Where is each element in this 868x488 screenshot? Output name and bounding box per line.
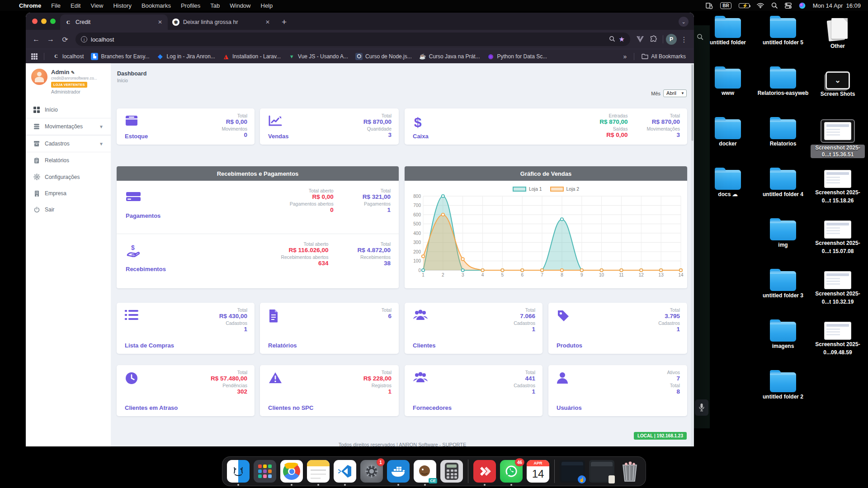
- menubar-item-history[interactable]: History: [113, 2, 131, 9]
- back-button[interactable]: ←: [29, 33, 43, 46]
- siri-icon[interactable]: [799, 2, 806, 9]
- month-select[interactable]: Abril▼: [663, 89, 687, 97]
- sidebar-item-cadastros[interactable]: Cadastros▼: [26, 135, 111, 152]
- site-info-icon[interactable]: i: [81, 36, 87, 42]
- dock-item-vscode[interactable]: [334, 460, 356, 483]
- desktop-icon[interactable]: Other: [811, 18, 865, 50]
- dock-item-trash[interactable]: [618, 460, 641, 483]
- sidebar-item-configuracoes[interactable]: Configurações: [26, 169, 111, 185]
- extensions-puzzle-icon[interactable]: [647, 33, 660, 46]
- card-link-clientes[interactable]: Clientes: [413, 342, 436, 349]
- desktop-icon[interactable]: Screenshot 2025-0...t 15.07.08: [811, 221, 865, 255]
- minimize-window-button[interactable]: [41, 19, 47, 24]
- wifi-icon[interactable]: [757, 3, 764, 8]
- menubar-item-tab[interactable]: Tab: [210, 2, 220, 9]
- dock-item-chrome[interactable]: [280, 460, 303, 483]
- menubar-item-window[interactable]: Window: [230, 2, 250, 9]
- dock-item-calendar[interactable]: APR14: [527, 460, 549, 483]
- avatar[interactable]: [31, 69, 47, 85]
- dock-item-window-thumb-2[interactable]: [589, 460, 614, 483]
- menubar-item-file[interactable]: File: [51, 2, 61, 9]
- tab-close-icon[interactable]: ✕: [264, 19, 271, 25]
- bookmark-item[interactable]: ◮Installation - Larav...: [219, 51, 284, 62]
- all-bookmarks-button[interactable]: All Bookmarks: [639, 53, 689, 60]
- bookmark-item[interactable]: Clocalhost: [49, 51, 87, 62]
- dock-item-docker[interactable]: [387, 460, 410, 483]
- dock-item-notes[interactable]: [307, 460, 330, 483]
- desktop-icon[interactable]: Screenshot 2025-0...t 10.32.19: [811, 271, 865, 305]
- edit-profile-icon[interactable]: ✎: [71, 70, 75, 75]
- sidebar-item-sair[interactable]: Sair: [26, 202, 111, 218]
- dock-item-dbeaver[interactable]: CE: [414, 460, 436, 483]
- bookmark-item[interactable]: ▼Vue JS - Usando A...: [284, 51, 352, 62]
- panel-row-link-recebimentos[interactable]: Recebimentos: [126, 266, 166, 272]
- sidebar-item-empresa[interactable]: Empresa: [26, 185, 111, 202]
- zoom-window-button[interactable]: [50, 19, 56, 24]
- control-center-icon[interactable]: [785, 3, 792, 9]
- card-link-clientes-no-spc[interactable]: Clientes no SPC: [268, 404, 313, 412]
- desktop-icon[interactable]: untitled folder 4: [756, 170, 810, 198]
- browser-tab[interactable]: CCredit✕: [60, 14, 168, 30]
- desktop-icon[interactable]: untitled folder 5: [756, 18, 810, 46]
- tab-close-icon[interactable]: ✕: [157, 19, 163, 25]
- bookmark-item[interactable]: ◆Log in - Jira Anron...: [153, 51, 219, 62]
- desktop-icon[interactable]: imagens: [756, 322, 810, 350]
- chrome-menu-icon[interactable]: ⋮: [678, 33, 690, 46]
- new-tab-button[interactable]: +: [275, 17, 293, 30]
- sidebar-item-inicio[interactable]: Início: [26, 102, 111, 118]
- desktop-icon[interactable]: untitled folder 2: [756, 372, 810, 400]
- dock-item-settings[interactable]: 1: [360, 460, 383, 483]
- address-bar[interactable]: i localhost ★: [75, 33, 630, 46]
- panel-row-link-pagamentos[interactable]: Pagamentos: [126, 212, 160, 219]
- legend-item-loja-2[interactable]: Loja 2: [550, 186, 580, 192]
- card-link-lista-de-compras[interactable]: Lista de Compras: [125, 342, 174, 349]
- bookmark-item[interactable]: ☕Curso Java na Prát...: [415, 51, 484, 62]
- apps-grid-icon[interactable]: [31, 53, 38, 60]
- homebrew-status-icon[interactable]: !: [705, 2, 713, 9]
- card-link-estoque[interactable]: Estoque: [125, 133, 148, 140]
- tab-search-button[interactable]: ⌄: [679, 17, 689, 27]
- menubar-item-profiles[interactable]: Profiles: [181, 2, 200, 9]
- menubar-item-view[interactable]: View: [90, 2, 103, 9]
- page-scrollbar[interactable]: [691, 63, 694, 446]
- card-link-caixa[interactable]: Caixa: [413, 133, 429, 140]
- card-link-fornecedores[interactable]: Fornecedores: [413, 404, 452, 412]
- spotlight-search-icon[interactable]: [771, 2, 778, 9]
- bookmark-item[interactable]: ◉Python for Data Sc...: [483, 51, 551, 62]
- dock-item-anydesk[interactable]: [473, 460, 496, 483]
- dock-item-calculator[interactable]: [440, 460, 463, 483]
- browser-tab[interactable]: ✾Deixar linha grossa hr✕: [168, 14, 275, 30]
- desktop-icon[interactable]: Screenshot 2025-0...09.48.59: [811, 322, 865, 356]
- card-link-clientes-em-atraso[interactable]: Clientes em Atraso: [125, 404, 178, 412]
- card-link-vendas[interactable]: Vendas: [268, 133, 289, 140]
- legend-item-loja-1[interactable]: Loja 1: [513, 186, 542, 192]
- sidebar-item-relatorios[interactable]: Relatórios: [26, 152, 111, 169]
- dock-item-window-thumb-1[interactable]: ☝: [560, 460, 585, 483]
- profile-avatar[interactable]: P: [666, 34, 677, 45]
- bookmark-star-icon[interactable]: ★: [619, 35, 625, 43]
- desktop-icon[interactable]: ⌄Screen Shots: [811, 69, 865, 98]
- close-window-button[interactable]: [32, 19, 38, 24]
- desktop-icon[interactable]: Screenshot 2025-0...t 15.36.51: [811, 119, 865, 158]
- desktop-icon[interactable]: untitled folder 3: [756, 271, 810, 299]
- desktop-icon[interactable]: img: [756, 221, 810, 249]
- card-link-usuarios[interactable]: Usuários: [557, 404, 582, 412]
- bookmarks-overflow-chevron[interactable]: »: [621, 53, 630, 60]
- dock-item-whatsapp[interactable]: 46: [500, 460, 523, 483]
- microphone-icon[interactable]: [695, 399, 708, 416]
- battery-icon[interactable]: ⚡: [739, 3, 750, 8]
- dock-item-finder[interactable]: [227, 460, 250, 483]
- bookmark-item[interactable]: ⬡Curso de Node.js...: [352, 51, 415, 62]
- vue-devtools-icon[interactable]: [634, 33, 646, 46]
- input-source-flag[interactable]: BR: [720, 2, 731, 9]
- bookmark-item[interactable]: ▙Branches for Easy...: [87, 51, 153, 62]
- menubar-item-bookmarks[interactable]: Bookmarks: [142, 2, 171, 9]
- menubar-date[interactable]: Mon 14 Apr 16:09: [813, 2, 861, 9]
- address-search-icon[interactable]: [609, 36, 615, 43]
- desktop-icon[interactable]: Screenshot 2025-0...t 15.18.26: [811, 170, 865, 204]
- desktop-icon[interactable]: Relatorios: [756, 119, 810, 147]
- card-link-relatorios[interactable]: Relatórios: [268, 342, 297, 349]
- desktop-icon[interactable]: Relatorios-easyweb: [756, 69, 810, 97]
- reload-button[interactable]: ⟳: [58, 33, 72, 46]
- menubar-item-chrome[interactable]: Chrome: [19, 2, 41, 9]
